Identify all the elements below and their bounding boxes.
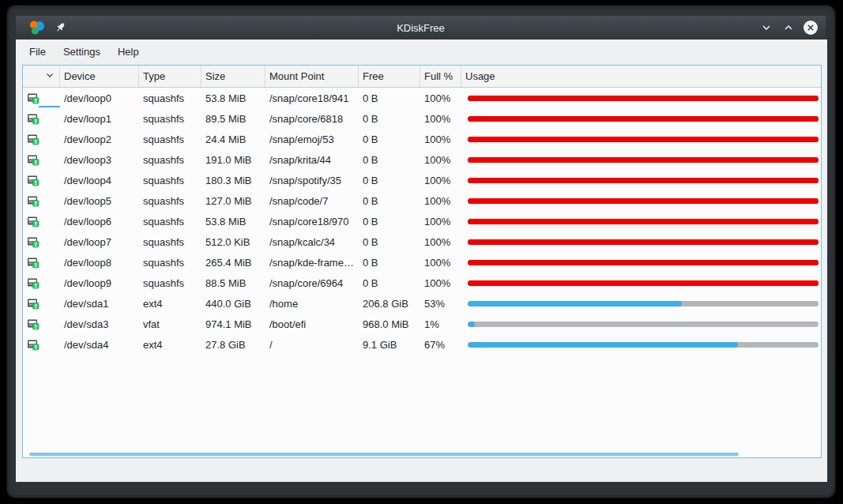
size-cell: 191.0 MiB (201, 154, 265, 166)
table-row[interactable]: /dev/loop7squashfs512.0 KiB/snap/kcalc/3… (23, 231, 821, 252)
usage-cell (461, 342, 821, 348)
usage-bar-track (468, 280, 819, 286)
full-cell: 100% (420, 154, 461, 166)
table-row[interactable]: /dev/loop5squashfs127.0 MiB/snap/code/70… (23, 190, 821, 211)
header-sort-column[interactable] (23, 66, 60, 87)
header-usage[interactable]: Usage (461, 66, 821, 87)
usage-bar-fill (468, 280, 819, 286)
mount-cell: /snap/core/6818 (265, 113, 359, 125)
table-row[interactable]: /dev/loop6squashfs53.8 MiB/snap/core18/9… (23, 211, 821, 231)
device-cell: /dev/loop3 (60, 154, 139, 166)
usage-cell (461, 260, 821, 265)
mounted-disk-icon (27, 153, 40, 166)
usage-bar-track (468, 96, 819, 101)
type-cell: vfat (139, 318, 201, 330)
full-cell: 100% (420, 216, 461, 228)
table-header: Device Type Size Mount Point Free Full %… (23, 66, 821, 88)
size-cell: 180.3 MiB (201, 175, 265, 186)
pin-icon[interactable] (52, 19, 70, 36)
menu-file[interactable]: File (21, 43, 55, 61)
device-icon-cell (23, 129, 60, 149)
size-cell: 440.0 GiB (201, 298, 265, 310)
mount-cell: /boot/efi (265, 318, 359, 330)
titlebar[interactable]: KDiskFree (16, 16, 826, 39)
header-type[interactable]: Type (139, 66, 201, 87)
header-mount-point[interactable]: Mount Point (265, 66, 359, 87)
full-cell: 53% (420, 298, 461, 310)
table-row[interactable]: /dev/loop8squashfs265.4 MiB/snap/kde-fra… (23, 252, 821, 273)
menu-help[interactable]: Help (109, 43, 148, 61)
free-cell: 0 B (359, 175, 420, 186)
device-icon-cell (23, 252, 60, 273)
type-cell: squashfs (139, 92, 201, 104)
horizontal-scrollbar-thumb[interactable] (29, 453, 739, 456)
usage-bar-track (468, 322, 819, 327)
usage-bar-fill (468, 342, 738, 348)
table-row[interactable]: /dev/loop9squashfs88.5 MiB/snap/core/696… (23, 273, 821, 293)
mount-cell: /home (265, 298, 359, 310)
usage-cell (461, 116, 821, 122)
device-icon-cell (23, 170, 60, 190)
minimize-icon[interactable] (758, 19, 775, 36)
mount-cell: /snap/core/6964 (265, 277, 359, 289)
kdiskfree-window: KDiskFree File Settings Help (6, 5, 836, 498)
menu-settings[interactable]: Settings (55, 43, 109, 61)
close-icon[interactable] (802, 19, 819, 36)
full-cell: 100% (420, 113, 461, 125)
mounted-disk-icon (27, 256, 40, 269)
usage-cell (461, 239, 821, 245)
device-cell: /dev/loop9 (60, 277, 139, 289)
free-cell: 0 B (359, 216, 420, 228)
mounted-disk-icon (27, 112, 40, 125)
usage-cell (461, 301, 821, 307)
table-row[interactable]: /dev/loop4squashfs180.3 MiB/snap/spotify… (23, 170, 821, 190)
table-body: /dev/loop0squashfs53.8 MiB/snap/core18/9… (23, 88, 821, 355)
device-icon-cell (23, 88, 60, 108)
header-full-percent[interactable]: Full % (420, 66, 461, 87)
free-cell: 0 B (359, 195, 420, 207)
type-cell: squashfs (139, 236, 201, 248)
maximize-icon[interactable] (780, 19, 797, 36)
full-cell: 100% (420, 92, 461, 104)
mount-cell: /snap/core18/941 (265, 92, 359, 104)
mounted-disk-icon (27, 338, 40, 351)
table-row[interactable]: /dev/loop0squashfs53.8 MiB/snap/core18/9… (23, 88, 821, 108)
device-cell: /dev/loop8 (60, 257, 139, 269)
device-cell: /dev/loop6 (60, 216, 139, 228)
device-icon-cell (23, 108, 60, 129)
usage-bar-track (468, 260, 819, 265)
device-cell: /dev/loop1 (60, 113, 139, 125)
usage-bar-fill (468, 219, 819, 224)
full-cell: 1% (420, 318, 461, 330)
type-cell: squashfs (139, 175, 201, 186)
usage-bar-fill (468, 157, 819, 163)
mounted-disk-icon (27, 133, 40, 145)
type-cell: squashfs (139, 257, 201, 269)
device-cell: /dev/loop7 (60, 236, 139, 248)
mounted-disk-icon (27, 297, 40, 310)
usage-bar-track (468, 198, 819, 204)
header-size[interactable]: Size (201, 66, 265, 87)
device-cell: /dev/sda1 (60, 298, 139, 310)
usage-bar-track (468, 342, 819, 348)
table-row[interactable]: /dev/sda4ext427.8 GiB/9.1 GiB67% (23, 334, 821, 355)
table-row[interactable]: /dev/sda3vfat974.1 MiB/boot/efi968.0 MiB… (23, 314, 821, 334)
size-cell: 53.8 MiB (201, 92, 265, 104)
table-row[interactable]: /dev/loop1squashfs89.5 MiB/snap/core/681… (23, 108, 821, 129)
free-cell: 206.8 GiB (359, 298, 420, 310)
free-cell: 0 B (359, 92, 420, 104)
header-free[interactable]: Free (359, 66, 420, 87)
table-row[interactable]: /dev/loop2squashfs24.4 MiB/snap/emoj/530… (23, 129, 821, 149)
type-cell: squashfs (139, 277, 201, 289)
table-row[interactable]: /dev/sda1ext4440.0 GiB/home206.8 GiB53% (23, 293, 821, 314)
size-cell: 27.8 GiB (201, 339, 265, 351)
type-cell: squashfs (139, 154, 201, 166)
window-title: KDiskFree (16, 22, 826, 34)
free-cell: 9.1 GiB (359, 339, 420, 351)
full-cell: 100% (420, 195, 461, 207)
device-icon-cell (23, 149, 60, 170)
full-cell: 100% (420, 175, 461, 186)
usage-cell (461, 322, 821, 327)
header-device[interactable]: Device (60, 66, 139, 87)
table-row[interactable]: /dev/loop3squashfs191.0 MiB/snap/krita/4… (23, 149, 821, 170)
